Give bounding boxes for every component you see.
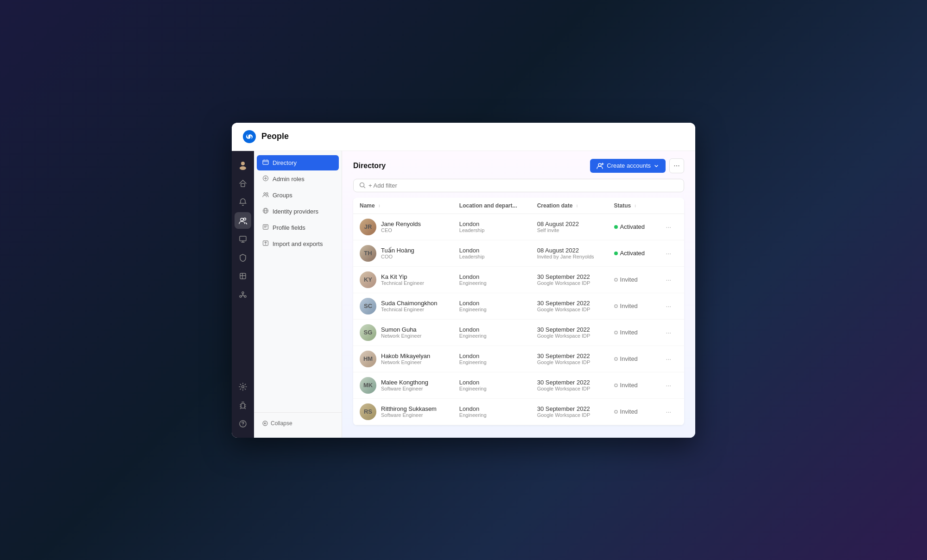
cell-location-1: London Leadership (453, 214, 531, 240)
sidebar-collapse-button[interactable]: Collapse (257, 416, 339, 430)
sidebar-item-import-exports[interactable]: Import and exports (257, 236, 339, 252)
svg-point-6 (244, 218, 246, 220)
cell-status-6: Invited (608, 346, 656, 372)
status-dot (614, 225, 618, 229)
status-text: Invited (620, 302, 638, 309)
status-badge: Invited (614, 408, 638, 415)
cell-status-5: Invited (608, 319, 656, 346)
person-role: Technical Engineer (381, 307, 437, 312)
cell-location-7: London Engineering (453, 372, 531, 398)
status-text: Invited (620, 408, 638, 415)
col-name[interactable]: Name ↕ (353, 198, 453, 214)
search-icon (359, 182, 366, 189)
cell-status-3: Invited (608, 266, 656, 293)
avatar: TH (360, 245, 376, 262)
row-more-button[interactable]: ··· (662, 405, 675, 418)
table-row: MK Malee Kongthong Software Engineer Lon… (353, 372, 684, 398)
directory-icon (262, 159, 269, 167)
nav-help-icon[interactable] (235, 415, 251, 432)
groups-icon (262, 191, 269, 199)
row-more-button[interactable]: ··· (662, 273, 675, 286)
row-more-button[interactable]: ··· (662, 220, 675, 233)
cell-name-3: KY Ka Kit Yip Technical Engineer (353, 266, 453, 293)
svg-rect-16 (263, 160, 268, 164)
row-more-button[interactable]: ··· (662, 379, 675, 392)
row-more-button[interactable]: ··· (662, 300, 675, 313)
table-header-row: Name ↕ Location and depart... Creation d… (353, 198, 684, 214)
sidebar-item-import-exports-label: Import and exports (273, 240, 323, 247)
identity-providers-icon (262, 208, 269, 215)
sidebar-item-groups-label: Groups (273, 192, 292, 199)
nav-home-icon[interactable] (235, 175, 251, 192)
status-badge: Activated (614, 250, 645, 257)
sidebar-item-admin-roles[interactable]: Admin roles (257, 171, 339, 187)
nav-people-icon[interactable] (235, 212, 251, 229)
status-dot (614, 331, 618, 334)
row-more-button[interactable]: ··· (662, 352, 675, 365)
nav-debug-icon[interactable] (235, 397, 251, 414)
status-dot (614, 252, 618, 255)
svg-point-18 (264, 193, 266, 195)
col-location: Location and depart... (453, 198, 531, 214)
nav-bell-icon[interactable] (235, 194, 251, 210)
cell-status-7: Invited (608, 372, 656, 398)
cell-date-2: 08 August 2022 Invited by Jane Renyolds (531, 240, 608, 266)
sidebar-item-profile-fields-label: Profile fields (273, 224, 305, 231)
admin-roles-icon (262, 175, 269, 183)
person-name: Ritthirong Sukkasem (381, 405, 437, 412)
avatar: SC (360, 298, 376, 315)
nav-settings-icon[interactable] (235, 378, 251, 395)
avatar: HM (360, 351, 376, 367)
sidebar-item-identity-providers[interactable]: Identity providers (257, 204, 339, 219)
table-row: SC Suda Chaimongkhon Technical Engineer … (353, 293, 684, 319)
sidebar-item-profile-fields[interactable]: Profile fields (257, 220, 339, 235)
cell-name-7: MK Malee Kongthong Software Engineer (353, 372, 453, 398)
cell-date-6: 30 September 2022 Google Workspace IDP (531, 346, 608, 372)
nav-shield-icon[interactable] (235, 249, 251, 266)
nav-network-icon[interactable] (235, 286, 251, 303)
status-badge: Invited (614, 355, 638, 362)
avatar: JR (360, 219, 376, 235)
sidebar-item-groups[interactable]: Groups (257, 188, 339, 203)
person-role: Software Engineer (381, 412, 437, 418)
table-row: JR Jane Renyolds CEO London Leadership 0… (353, 214, 684, 240)
cell-name-4: SC Suda Chaimongkhon Technical Engineer (353, 293, 453, 319)
add-filter-button[interactable]: + Add filter (368, 182, 397, 189)
nav-box-icon[interactable] (235, 268, 251, 284)
svg-rect-7 (240, 236, 246, 241)
cell-status-1: Activated (608, 214, 656, 240)
svg-point-1 (248, 134, 251, 138)
create-accounts-button[interactable]: Create accounts (590, 159, 666, 173)
table-row: SG Sumon Guha Network Engineer London En… (353, 319, 684, 346)
table-wrap: Name ↕ Location and depart... Creation d… (342, 198, 695, 438)
cell-location-5: London Engineering (453, 319, 531, 346)
cell-actions-4: ··· (655, 293, 684, 319)
nav-monitor-icon[interactable] (235, 231, 251, 247)
col-creation-date[interactable]: Creation date ↕ (531, 198, 608, 214)
cell-actions-1: ··· (655, 214, 684, 240)
status-dot (614, 304, 618, 308)
row-more-button[interactable]: ··· (662, 247, 675, 260)
person-name: Hakob Mikayelyan (381, 352, 430, 359)
person-name: Sumon Guha (381, 326, 421, 333)
search-input-wrap[interactable]: + Add filter (353, 179, 684, 192)
sidebar-item-directory[interactable]: Directory (257, 155, 339, 170)
col-status[interactable]: Status ↕ (608, 198, 656, 214)
status-text: Invited (620, 276, 638, 283)
status-dot (614, 357, 618, 361)
more-options-button[interactable]: ··· (669, 158, 684, 173)
sort-name-icon: ↕ (378, 204, 381, 208)
row-more-button[interactable]: ··· (662, 326, 675, 339)
person-name: Suda Chaimongkhon (381, 300, 437, 307)
cell-status-8: Invited (608, 398, 656, 425)
avatar: SG (360, 324, 376, 341)
svg-point-25 (598, 164, 601, 166)
person-name: Jane Renyolds (381, 220, 421, 227)
cell-actions-7: ··· (655, 372, 684, 398)
status-text: Activated (620, 223, 645, 230)
cell-actions-2: ··· (655, 240, 684, 266)
person-role: Network Engineer (381, 359, 430, 365)
nav-avatar[interactable] (235, 157, 251, 173)
svg-rect-8 (240, 273, 246, 279)
person-name: Tuấn Hoàng (381, 247, 414, 254)
